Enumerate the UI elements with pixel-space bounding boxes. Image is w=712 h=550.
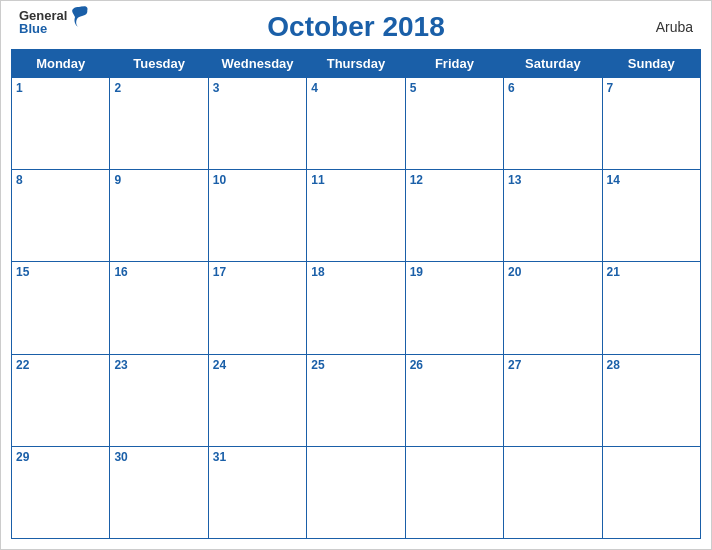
date-number: 7	[607, 81, 614, 95]
date-number: 24	[213, 358, 226, 372]
calendar-cell: 4	[307, 78, 405, 170]
logo: General Blue	[19, 9, 89, 35]
calendar-cell: 31	[208, 446, 306, 538]
calendar-cell: 11	[307, 170, 405, 262]
date-number: 6	[508, 81, 515, 95]
date-number: 18	[311, 265, 324, 279]
calendar-cell: 18	[307, 262, 405, 354]
calendar-cell: 7	[602, 78, 700, 170]
col-saturday: Saturday	[504, 50, 602, 78]
date-number: 9	[114, 173, 121, 187]
calendar-cell: 12	[405, 170, 503, 262]
calendar-cell	[405, 446, 503, 538]
calendar-container: General Blue October 2018 Aruba Monday T…	[0, 0, 712, 550]
date-number: 30	[114, 450, 127, 464]
calendar-cell	[504, 446, 602, 538]
date-number: 21	[607, 265, 620, 279]
col-sunday: Sunday	[602, 50, 700, 78]
calendar-cell: 30	[110, 446, 208, 538]
calendar-week-row: 15161718192021	[12, 262, 701, 354]
calendar-cell: 16	[110, 262, 208, 354]
calendar-cell: 17	[208, 262, 306, 354]
calendar-cell: 22	[12, 354, 110, 446]
date-number: 19	[410, 265, 423, 279]
logo-bird-icon	[69, 5, 89, 29]
calendar-cell	[307, 446, 405, 538]
calendar-cell: 21	[602, 262, 700, 354]
calendar-cell: 13	[504, 170, 602, 262]
date-number: 27	[508, 358, 521, 372]
calendar-cell: 24	[208, 354, 306, 446]
calendar-week-row: 293031	[12, 446, 701, 538]
date-number: 11	[311, 173, 324, 187]
col-thursday: Thursday	[307, 50, 405, 78]
calendar-cell: 23	[110, 354, 208, 446]
date-number: 17	[213, 265, 226, 279]
calendar-week-row: 22232425262728	[12, 354, 701, 446]
date-number: 14	[607, 173, 620, 187]
calendar-table: Monday Tuesday Wednesday Thursday Friday…	[11, 49, 701, 539]
calendar-body: 1234567891011121314151617181920212223242…	[12, 78, 701, 539]
calendar-cell: 29	[12, 446, 110, 538]
col-monday: Monday	[12, 50, 110, 78]
calendar-cell: 3	[208, 78, 306, 170]
calendar-cell: 27	[504, 354, 602, 446]
col-friday: Friday	[405, 50, 503, 78]
calendar-cell: 26	[405, 354, 503, 446]
date-number: 22	[16, 358, 29, 372]
date-number: 12	[410, 173, 423, 187]
col-wednesday: Wednesday	[208, 50, 306, 78]
date-number: 3	[213, 81, 220, 95]
date-number: 13	[508, 173, 521, 187]
logo-blue: Blue	[19, 22, 67, 35]
calendar-cell: 6	[504, 78, 602, 170]
date-number: 20	[508, 265, 521, 279]
calendar-cell: 5	[405, 78, 503, 170]
date-number: 29	[16, 450, 29, 464]
date-number: 23	[114, 358, 127, 372]
calendar-cell: 9	[110, 170, 208, 262]
calendar-week-row: 891011121314	[12, 170, 701, 262]
col-tuesday: Tuesday	[110, 50, 208, 78]
date-number: 5	[410, 81, 417, 95]
date-number: 4	[311, 81, 318, 95]
calendar-header: General Blue October 2018 Aruba	[1, 1, 711, 49]
date-number: 15	[16, 265, 29, 279]
calendar-cell: 1	[12, 78, 110, 170]
calendar-cell: 28	[602, 354, 700, 446]
calendar-cell: 20	[504, 262, 602, 354]
date-number: 26	[410, 358, 423, 372]
date-number: 28	[607, 358, 620, 372]
calendar-cell: 10	[208, 170, 306, 262]
calendar-week-row: 1234567	[12, 78, 701, 170]
date-number: 10	[213, 173, 226, 187]
date-number: 25	[311, 358, 324, 372]
calendar-cell: 19	[405, 262, 503, 354]
calendar-cell	[602, 446, 700, 538]
calendar-cell: 25	[307, 354, 405, 446]
calendar-cell: 2	[110, 78, 208, 170]
date-number: 16	[114, 265, 127, 279]
date-number: 31	[213, 450, 226, 464]
country-label: Aruba	[656, 19, 693, 35]
date-number: 1	[16, 81, 23, 95]
calendar-cell: 8	[12, 170, 110, 262]
calendar-cell: 15	[12, 262, 110, 354]
calendar-cell: 14	[602, 170, 700, 262]
calendar-title: October 2018	[267, 11, 444, 43]
date-number: 2	[114, 81, 121, 95]
days-header-row: Monday Tuesday Wednesday Thursday Friday…	[12, 50, 701, 78]
date-number: 8	[16, 173, 23, 187]
